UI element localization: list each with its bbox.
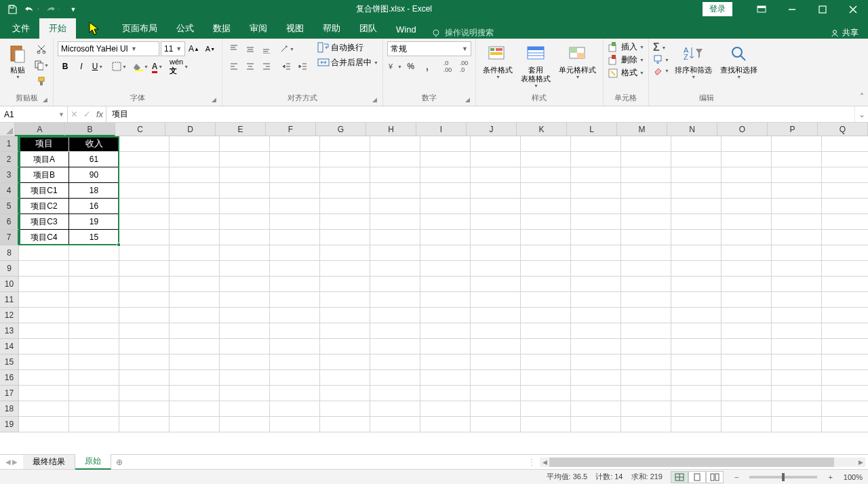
cell[interactable] [270, 152, 320, 167]
column-header[interactable]: P [768, 123, 818, 136]
cell[interactable] [621, 230, 671, 245]
cell[interactable] [320, 230, 370, 245]
cell[interactable] [722, 230, 772, 245]
cell[interactable]: 项目C4 [19, 230, 69, 245]
cell[interactable] [471, 339, 521, 354]
column-header[interactable]: G [316, 123, 366, 136]
cell[interactable] [270, 417, 320, 432]
normal-view-button[interactable] [671, 471, 688, 483]
cell[interactable] [772, 292, 822, 308]
cell[interactable] [170, 370, 220, 386]
row-header[interactable]: 17 [0, 386, 19, 401]
cell[interactable] [320, 292, 370, 308]
cell[interactable] [571, 323, 621, 339]
cell[interactable] [571, 136, 621, 152]
cell[interactable] [471, 370, 521, 386]
conditional-format-button[interactable]: 条件格式▼ [480, 41, 515, 81]
cell[interactable] [370, 308, 420, 323]
cell[interactable] [220, 199, 270, 214]
align-center-button[interactable] [243, 59, 258, 74]
cell[interactable] [220, 292, 270, 308]
font-name-combo[interactable]: Microsoft YaHei UI▼ [58, 41, 159, 56]
cell[interactable] [571, 214, 621, 230]
column-header[interactable]: F [266, 123, 316, 136]
add-sheet-button[interactable]: ⊕ [111, 458, 127, 467]
cell[interactable] [420, 386, 471, 401]
undo-button[interactable]: ▼ [24, 2, 41, 17]
tell-me-search[interactable]: 操作说明搜索 [426, 27, 499, 39]
cell[interactable] [822, 370, 868, 386]
cell[interactable] [270, 136, 320, 152]
cell[interactable] [220, 245, 270, 261]
cell[interactable] [370, 136, 420, 152]
cell[interactable]: 90 [69, 167, 119, 183]
cell[interactable] [521, 152, 571, 167]
row-header[interactable]: 14 [0, 339, 19, 354]
column-header[interactable]: I [416, 123, 467, 136]
cell[interactable] [370, 183, 420, 199]
sheet-tab-raw[interactable]: 原始 [75, 454, 111, 470]
cell[interactable] [521, 230, 571, 245]
cell[interactable] [320, 245, 370, 261]
cell[interactable] [621, 417, 671, 432]
cell[interactable] [471, 323, 521, 339]
cell[interactable] [822, 214, 868, 230]
cell[interactable] [621, 323, 671, 339]
cell[interactable] [571, 167, 621, 183]
cell[interactable] [119, 230, 170, 245]
cell[interactable] [571, 417, 621, 432]
column-header[interactable]: N [667, 123, 717, 136]
row-header[interactable]: 10 [0, 277, 19, 292]
cell[interactable] [119, 277, 170, 292]
cut-button[interactable] [34, 41, 49, 56]
cell[interactable] [69, 354, 119, 370]
cell[interactable] [772, 199, 822, 214]
cell[interactable] [621, 401, 671, 417]
cell[interactable] [822, 292, 868, 308]
cell[interactable] [220, 230, 270, 245]
cell[interactable] [170, 245, 220, 261]
row-header[interactable]: 12 [0, 308, 19, 323]
cell[interactable] [722, 214, 772, 230]
cell[interactable] [420, 214, 471, 230]
cell[interactable] [671, 183, 722, 199]
save-button[interactable] [4, 2, 20, 17]
cell[interactable] [671, 323, 722, 339]
cell[interactable] [722, 323, 772, 339]
cell[interactable] [722, 152, 772, 167]
cell[interactable] [119, 245, 170, 261]
cell[interactable] [320, 152, 370, 167]
row-header[interactable]: 6 [0, 214, 19, 230]
cell[interactable] [822, 167, 868, 183]
cell[interactable] [571, 308, 621, 323]
cell[interactable] [471, 167, 521, 183]
cell[interactable] [822, 183, 868, 199]
cell[interactable] [621, 261, 671, 277]
cell[interactable] [170, 199, 220, 214]
align-left-button[interactable] [226, 59, 241, 74]
cell[interactable] [521, 386, 571, 401]
cell[interactable] [571, 401, 621, 417]
cell[interactable] [119, 199, 170, 214]
cell[interactable] [521, 339, 571, 354]
customize-qat-button[interactable]: ▼ [65, 2, 81, 17]
cell[interactable] [320, 167, 370, 183]
cell[interactable] [370, 401, 420, 417]
dialog-launcher-icon[interactable]: ◢ [372, 96, 377, 103]
dialog-launcher-icon[interactable]: ◢ [43, 96, 47, 103]
cell[interactable] [571, 277, 621, 292]
copy-button[interactable]: ▼ [34, 58, 49, 73]
row-header[interactable]: 5 [0, 199, 19, 214]
cell[interactable] [621, 292, 671, 308]
orientation-button[interactable]: ▼ [279, 41, 294, 56]
cell[interactable] [270, 277, 320, 292]
cell[interactable] [822, 230, 868, 245]
cell[interactable] [320, 277, 370, 292]
column-header[interactable]: J [467, 123, 517, 136]
close-button[interactable] [837, 0, 868, 18]
cell[interactable] [370, 323, 420, 339]
tab-wind[interactable]: Wind [387, 20, 426, 39]
cell[interactable]: 18 [69, 183, 119, 199]
cell[interactable] [370, 152, 420, 167]
cell[interactable] [671, 230, 722, 245]
